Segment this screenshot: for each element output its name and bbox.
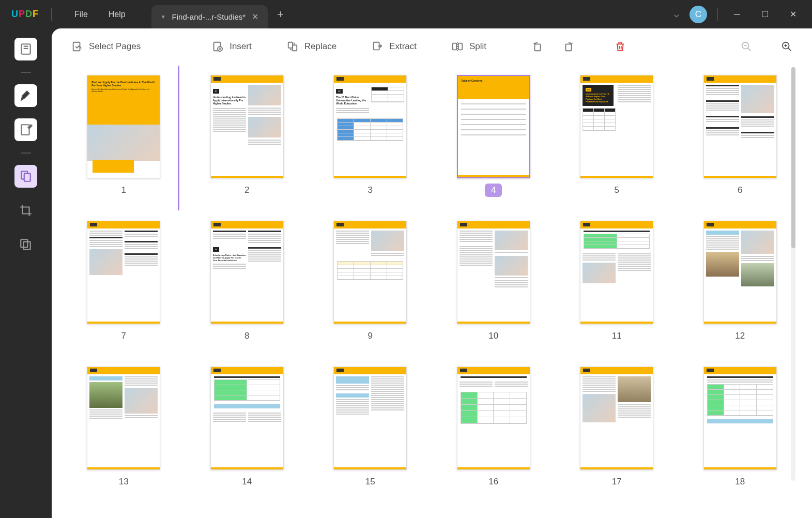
main-content: Select Pages Insert Replace Extract Spli…: [52, 28, 812, 518]
page-number: 3: [362, 184, 379, 197]
svg-rect-10: [293, 45, 297, 51]
maximize-button[interactable]: ☐: [756, 9, 774, 19]
page-number: 4: [485, 184, 502, 197]
page-thumbnail-5[interactable]: 03 Looking Into the Top 10 Subject Major…: [571, 75, 663, 197]
extract-button[interactable]: Extract: [364, 37, 424, 56]
page-thumbnail-7[interactable]: 7: [78, 221, 170, 343]
page-thumbnail-13[interactable]: 13: [78, 367, 170, 489]
minimize-button[interactable]: ─: [728, 10, 746, 19]
batch-mode-icon[interactable]: [14, 233, 37, 256]
page-number: 16: [482, 475, 504, 489]
zoom-in-button[interactable]: [774, 37, 800, 56]
page-thumbnail-3[interactable]: 02 The 10 Best Global Universities Leadi…: [324, 75, 417, 197]
extract-label: Extract: [389, 41, 417, 52]
page-number: 7: [115, 329, 132, 343]
crop-mode-icon[interactable]: [14, 199, 37, 222]
page-number: 8: [238, 329, 255, 343]
page-thumbnail-11[interactable]: 11: [571, 221, 663, 343]
svg-rect-3: [24, 174, 30, 181]
replace-button[interactable]: Replace: [280, 37, 344, 56]
page-number: 10: [482, 329, 504, 343]
insert-label: Insert: [229, 41, 252, 52]
close-button[interactable]: ✕: [784, 9, 802, 19]
page-number: 18: [729, 475, 751, 489]
tab-dropdown-icon[interactable]: ▼: [161, 14, 166, 20]
svg-rect-1: [21, 125, 29, 135]
tab-title: Find-and-...r-Studies*: [172, 12, 246, 21]
rotate-right-button[interactable]: [556, 37, 581, 56]
rotate-left-button[interactable]: [525, 37, 550, 56]
page-thumbnail-10[interactable]: 10: [448, 221, 540, 343]
svg-rect-14: [535, 44, 541, 51]
scrollbar-thumb[interactable]: [791, 67, 795, 248]
menu-help[interactable]: Help: [98, 10, 136, 19]
page-number: 9: [362, 329, 379, 343]
page-number: 17: [606, 475, 628, 489]
page-grid: Find and Apply For the Best Institutes I…: [78, 75, 786, 489]
page-number: 11: [606, 329, 628, 343]
titlebar: UPDF File Help ▼ Find-and-...r-Studies* …: [0, 0, 812, 28]
replace-label: Replace: [304, 41, 336, 52]
document-tab[interactable]: ▼ Find-and-...r-Studies* ✕: [151, 5, 268, 28]
page-number: 14: [236, 475, 258, 489]
split-label: Split: [469, 41, 486, 52]
svg-rect-13: [458, 43, 462, 50]
app-logo: UPDF: [11, 9, 39, 20]
menu-file[interactable]: File: [64, 10, 98, 19]
page-number: 6: [731, 184, 748, 197]
user-avatar[interactable]: C: [690, 6, 707, 23]
new-tab-button[interactable]: +: [277, 8, 284, 21]
page-thumbnail-8[interactable]: 04Scholarship Rules – An Overview and Ho…: [201, 221, 294, 343]
zoom-out-button[interactable]: [733, 37, 759, 56]
comment-mode-icon[interactable]: [14, 84, 37, 107]
split-button[interactable]: Split: [445, 37, 494, 56]
reader-mode-icon[interactable]: [14, 38, 37, 60]
page-number: 15: [359, 475, 381, 489]
page-number: 2: [238, 184, 255, 197]
chevron-down-icon[interactable]: ⌵: [674, 9, 679, 19]
page-thumbnail-6[interactable]: 6: [694, 75, 787, 197]
page-thumbnail-14[interactable]: 14: [201, 367, 294, 489]
page-grid-container[interactable]: Find and Apply For the Best Institutes I…: [52, 65, 812, 518]
page-thumbnail-18[interactable]: 18: [694, 367, 787, 489]
thumb-title: Find and Apply For the Best Institutes I…: [91, 81, 156, 87]
select-pages-label: Select Pages: [89, 41, 141, 52]
toolbar: Select Pages Insert Replace Extract Spli…: [52, 28, 812, 65]
page-number: 12: [729, 329, 751, 343]
edit-mode-icon[interactable]: [14, 118, 37, 141]
page-number: 1: [115, 184, 132, 197]
page-thumbnail-4[interactable]: Table of Contents 4: [448, 75, 540, 197]
page-thumbnail-15[interactable]: 15: [324, 367, 417, 489]
titlebar-divider: [51, 8, 52, 21]
page-thumbnail-12[interactable]: 12: [694, 221, 787, 343]
scrollbar[interactable]: [791, 67, 795, 481]
page-thumbnail-9[interactable]: 9: [324, 221, 417, 343]
svg-rect-12: [453, 43, 456, 50]
organize-pages-icon[interactable]: [14, 165, 37, 188]
page-thumbnail-17[interactable]: 17: [571, 367, 663, 489]
svg-rect-15: [566, 44, 572, 51]
svg-rect-5: [24, 242, 30, 250]
page-thumbnail-16[interactable]: 16: [448, 367, 540, 489]
sidebar-divider: [21, 72, 31, 73]
insert-indicator: [178, 66, 179, 210]
page-number: 13: [113, 475, 135, 489]
page-number: 5: [608, 184, 625, 197]
svg-rect-9: [288, 42, 292, 48]
titlebar-divider: [717, 8, 718, 21]
sidebar-divider: [21, 153, 31, 154]
delete-button[interactable]: [607, 37, 633, 56]
tab-close-icon[interactable]: ✕: [252, 12, 258, 22]
page-thumbnail-2[interactable]: 01 Understanding the Need to Apply Inter…: [201, 75, 294, 197]
left-sidebar: [0, 28, 52, 518]
insert-button[interactable]: Insert: [205, 37, 259, 56]
page-thumbnail-1[interactable]: Find and Apply For the Best Institutes I…: [78, 75, 170, 197]
select-pages-button[interactable]: Select Pages: [64, 37, 148, 56]
